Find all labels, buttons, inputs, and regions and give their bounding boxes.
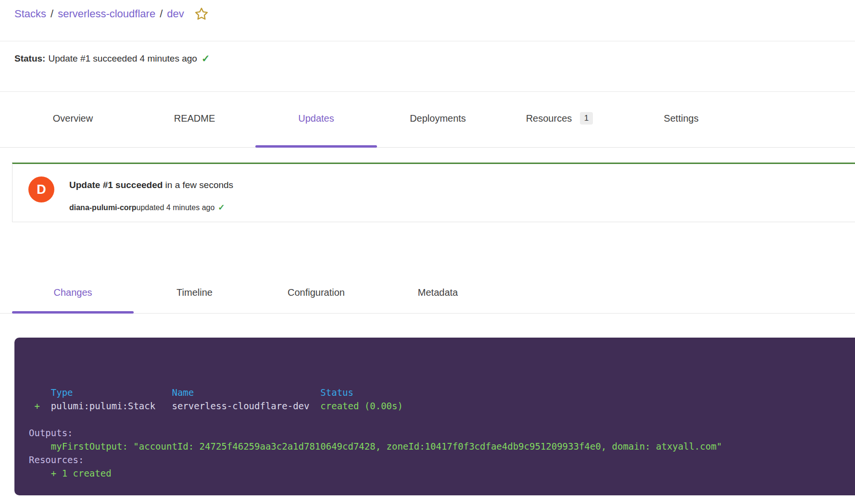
terminal-output: Type Name Status + pulumi:pulumi:Stack s…: [14, 338, 855, 480]
breadcrumb-separator: /: [50, 6, 53, 22]
breadcrumb-stack-link[interactable]: dev: [167, 6, 184, 22]
status-label: Status:: [14, 53, 45, 64]
breadcrumb: Stacks / serverless-cloudflare / dev: [14, 6, 209, 22]
tabs-bottom-border: [0, 147, 855, 148]
tab-resources-label: Resources: [526, 113, 572, 124]
tab-updates[interactable]: Updates: [255, 91, 377, 148]
breadcrumb-project-link[interactable]: serverless-cloudflare: [58, 6, 155, 22]
active-subtab-underline: [12, 311, 134, 314]
tab-readme[interactable]: README: [134, 91, 255, 148]
tab-settings[interactable]: Settings: [620, 91, 742, 148]
update-subtitle: diana-pulumi-corp updated 4 minutes ago …: [69, 202, 225, 213]
status-check-icon: ✓: [201, 53, 210, 64]
update-detail-tabs: Changes Timeline Configuration Metadata: [12, 272, 499, 313]
update-author: diana-pulumi-corp: [69, 203, 137, 212]
subtab-changes[interactable]: Changes: [12, 272, 134, 313]
breadcrumb-stacks-link[interactable]: Stacks: [14, 6, 46, 22]
stack-page: Stacks / serverless-cloudflare / dev Sta…: [0, 0, 855, 504]
tab-resources[interactable]: Resources 1: [499, 91, 620, 148]
terminal-line: [29, 413, 855, 426]
terminal-line: Resources:: [29, 453, 855, 466]
terminal-line: myFirstOutput: "accountId: 24725f46259aa…: [29, 440, 855, 453]
user-avatar: D: [28, 176, 54, 202]
tab-deployments[interactable]: Deployments: [377, 91, 499, 148]
subtab-metadata[interactable]: Metadata: [377, 272, 499, 313]
favorite-star-icon[interactable]: [194, 7, 209, 21]
active-tab-underline: [255, 145, 377, 148]
update-time: updated 4 minutes ago: [137, 203, 215, 212]
tab-overview[interactable]: Overview: [12, 91, 134, 148]
breadcrumb-separator: /: [160, 6, 163, 22]
resources-count-badge: 1: [580, 112, 593, 125]
terminal-line: + 1 created: [29, 466, 855, 480]
update-check-icon: ✓: [218, 202, 225, 213]
header-divider: [0, 41, 855, 41]
terminal-line: Type Name Status: [29, 386, 855, 399]
status-text: Update #1 succeeded 4 minutes ago: [48, 53, 197, 64]
status-bar: Status: Update #1 succeeded 4 minutes ag…: [14, 53, 210, 64]
update-title-duration: in a few seconds: [163, 180, 233, 190]
subtab-configuration[interactable]: Configuration: [255, 272, 377, 313]
subtab-timeline[interactable]: Timeline: [134, 272, 255, 313]
update-title: Update #1 succeeded in a few seconds: [69, 180, 233, 190]
update-title-status: Update #1 succeeded: [69, 180, 163, 190]
stack-tabs: Overview README Updates Deployments Reso…: [12, 91, 742, 148]
terminal-line: + pulumi:pulumi:Stack serverless-cloudfl…: [29, 399, 855, 413]
terminal-panel: Type Name Status + pulumi:pulumi:Stack s…: [14, 338, 855, 495]
terminal-line: Outputs:: [29, 426, 855, 440]
update-card[interactable]: D Update #1 succeeded in a few seconds d…: [12, 163, 855, 222]
